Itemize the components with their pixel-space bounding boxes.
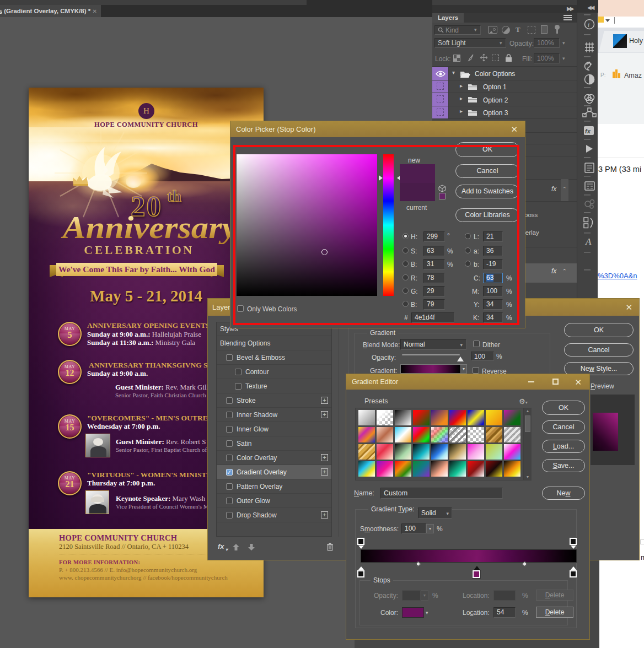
- svg-text:fx: fx: [585, 128, 591, 134]
- svg-text:A: A: [585, 236, 592, 247]
- svg-text:i: i: [588, 21, 589, 28]
